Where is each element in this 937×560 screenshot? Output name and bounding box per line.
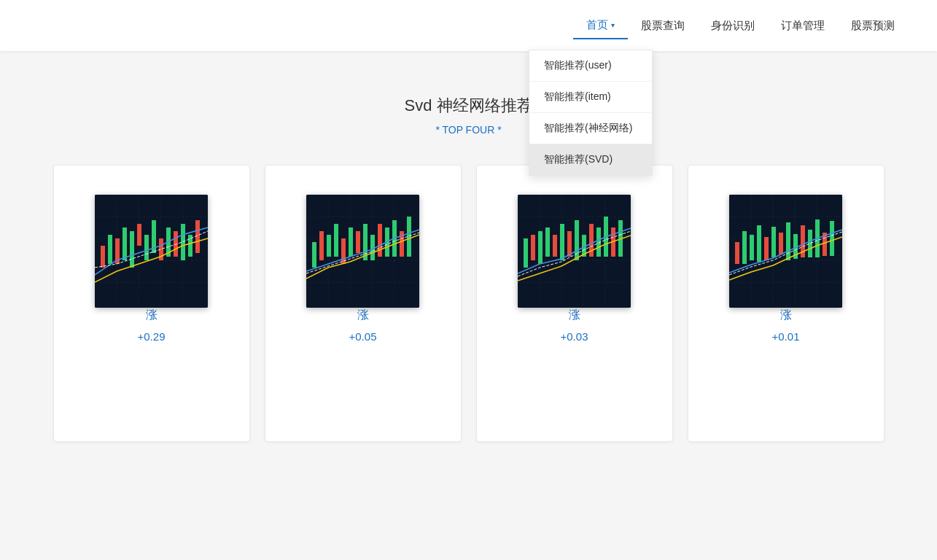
card-label-3: 涨 xyxy=(569,308,580,323)
chart-3 xyxy=(518,195,631,308)
main-content: Svd 神经网络推荐 * TOP FOUR * xyxy=(0,51,937,471)
svg-rect-59 xyxy=(553,235,557,257)
svg-rect-79 xyxy=(742,231,747,264)
svg-rect-40 xyxy=(370,235,375,260)
svg-rect-78 xyxy=(735,242,739,264)
card-value-3: +0.03 xyxy=(561,330,588,343)
nav-label-prediction: 股票预测 xyxy=(851,19,895,33)
svg-rect-13 xyxy=(130,231,134,268)
nav-item-prediction[interactable]: 股票预测 xyxy=(838,13,908,39)
svg-rect-80 xyxy=(750,235,754,260)
card-label-4: 涨 xyxy=(780,308,792,323)
header: 首页 ▾ 股票查询 身份识别 订单管理 股票预测 智能推荐(user) 智能推荐… xyxy=(0,0,937,51)
home-dropdown: 智能推荐(user) 智能推荐(item) 智能推荐(神经网络) 智能推荐(SV… xyxy=(529,50,653,176)
chevron-down-icon: ▾ xyxy=(611,21,615,29)
card-label-1: 涨 xyxy=(146,308,158,323)
dropdown-item-item[interactable]: 智能推荐(item) xyxy=(529,82,652,113)
nav-label-identity: 身份识别 xyxy=(711,19,755,33)
chart-2 xyxy=(306,195,419,308)
svg-rect-41 xyxy=(378,224,382,257)
card-value-1: +0.29 xyxy=(138,330,166,343)
dropdown-item-neural[interactable]: 智能推荐(神经网络) xyxy=(529,113,652,144)
svg-rect-55 xyxy=(524,238,528,268)
dropdown-item-user[interactable]: 智能推荐(user) xyxy=(529,50,652,82)
svg-rect-83 xyxy=(771,227,776,257)
svg-rect-14 xyxy=(137,224,141,246)
nav-label-home: 首页 xyxy=(586,18,608,32)
svg-rect-10 xyxy=(108,235,112,264)
svg-rect-81 xyxy=(757,225,761,262)
page-title: Svd 神经网络推荐 xyxy=(44,95,893,117)
chart-1 xyxy=(95,195,208,308)
chart-svg-1 xyxy=(95,195,208,308)
svg-rect-91 xyxy=(830,221,834,256)
stock-card-2[interactable]: 涨 +0.05 xyxy=(265,165,462,442)
cards-grid: 涨 +0.29 xyxy=(44,165,893,442)
nav-label-stock-query: 股票查询 xyxy=(641,19,685,33)
svg-rect-32 xyxy=(312,242,316,268)
svg-rect-56 xyxy=(531,235,535,260)
svg-rect-38 xyxy=(356,231,360,253)
card-label-2: 涨 xyxy=(357,308,369,323)
stock-card-3[interactable]: 涨 +0.03 xyxy=(476,165,673,442)
svg-rect-82 xyxy=(764,237,769,260)
nav-item-home[interactable]: 首页 ▾ xyxy=(573,12,628,39)
nav-item-identity[interactable]: 身份识别 xyxy=(698,13,768,39)
svg-rect-9 xyxy=(101,246,105,268)
main-nav: 首页 ▾ 股票查询 身份识别 订单管理 股票预测 xyxy=(573,12,908,39)
chart-svg-4 xyxy=(729,195,842,308)
svg-rect-22 xyxy=(195,220,200,253)
nav-item-orders[interactable]: 订单管理 xyxy=(768,13,838,39)
card-value-4: +0.01 xyxy=(772,330,800,343)
nav-label-orders: 订单管理 xyxy=(781,19,825,33)
svg-rect-60 xyxy=(560,224,564,260)
svg-rect-85 xyxy=(786,222,790,260)
stock-card-4[interactable]: 涨 +0.01 xyxy=(688,165,884,442)
card-value-2: +0.05 xyxy=(349,330,377,343)
svg-rect-34 xyxy=(327,235,331,257)
svg-rect-57 xyxy=(538,231,543,264)
chart-4 xyxy=(729,195,842,308)
svg-rect-12 xyxy=(123,228,127,260)
svg-rect-36 xyxy=(341,238,346,264)
nav-item-stock-query[interactable]: 股票查询 xyxy=(628,13,698,39)
svg-rect-88 xyxy=(808,230,812,257)
svg-rect-84 xyxy=(779,233,783,254)
svg-rect-61 xyxy=(567,231,572,257)
chart-svg-2 xyxy=(306,195,419,308)
page-subtitle: * TOP FOUR * xyxy=(44,124,893,136)
dropdown-item-svd[interactable]: 智能推荐(SVD) xyxy=(529,144,652,175)
svg-rect-58 xyxy=(545,228,550,257)
chart-svg-3 xyxy=(518,195,631,308)
stock-card-1[interactable]: 涨 +0.29 xyxy=(53,165,250,442)
svg-rect-33 xyxy=(319,231,324,260)
svg-rect-15 xyxy=(144,235,149,260)
svg-rect-35 xyxy=(334,224,338,257)
svg-rect-37 xyxy=(349,228,353,257)
